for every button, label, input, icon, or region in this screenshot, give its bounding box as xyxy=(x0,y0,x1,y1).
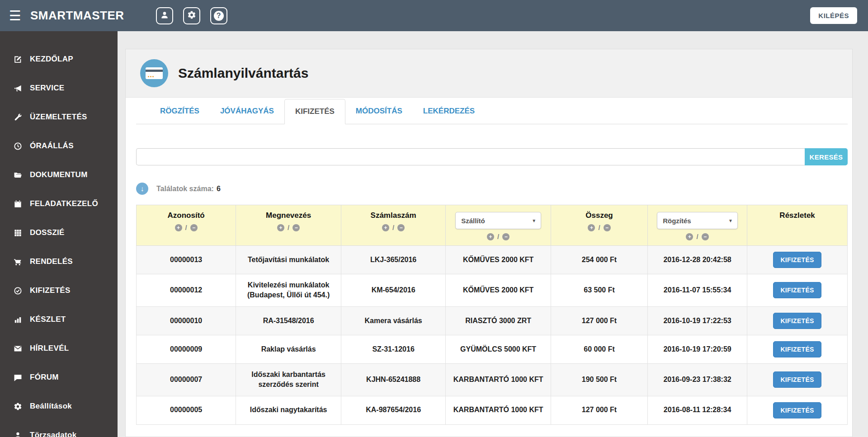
column-label: Számlaszám xyxy=(345,211,442,220)
sidebar-item-service[interactable]: SERVICE xyxy=(0,74,118,103)
brand-title: SMARTMASTER xyxy=(30,9,124,23)
filter-dropdown-sz-ll-t-[interactable]: Szállító▼ xyxy=(455,212,541,229)
sidebar-item-feladatkezel-[interactable]: FELADATKEZELŐ xyxy=(0,189,118,218)
hamburger-icon[interactable]: ☰ xyxy=(9,9,21,23)
sidebar-item-be-ll-t-sok[interactable]: Beállítások xyxy=(0,392,118,421)
search-button[interactable]: KERESÉS xyxy=(805,148,848,165)
tab-rögzítés[interactable]: RÖGZÍTÉS xyxy=(150,99,210,123)
pay-button[interactable]: KIFIZETÉS xyxy=(773,371,821,388)
pay-button[interactable]: KIFIZETÉS xyxy=(773,402,821,418)
column-header-r-gz-t-s: Rögzítés▼+/− xyxy=(647,205,747,246)
sort-descending-icon[interactable]: − xyxy=(702,233,709,240)
table-row: 00000013Tetőjavítási munkálatokLKJ-365/2… xyxy=(137,246,848,274)
sidebar-item-label: DOKUMENTUM xyxy=(30,170,88,179)
app-window: ☰ SMARTMASTER ? KILÉPÉS KEZDŐLAPSERVICEÜ… xyxy=(0,0,868,437)
column-header-sz-mlasz-m: Számlaszám+/− xyxy=(341,205,446,246)
sidebar-item-label: HÍRLEVÉL xyxy=(30,344,69,353)
sidebar-item-rendel-s[interactable]: RENDELÉS xyxy=(0,247,118,276)
sidebar-item-kifizet-s[interactable]: KIFIZETÉS xyxy=(0,276,118,305)
sidebar-item-label: Beállítások xyxy=(30,402,72,411)
results-count: 6 xyxy=(217,185,221,193)
pay-button[interactable]: KIFIZETÉS xyxy=(773,282,821,298)
cell-supplier: KARBANTARTÓ 1000 KFT xyxy=(446,396,551,424)
column-header-azonos-t-: Azonosító+/− xyxy=(137,205,236,246)
sort-ascending-icon[interactable]: + xyxy=(175,224,182,231)
sort-separator: / xyxy=(497,233,499,240)
top-bar: ☰ SMARTMASTER ? KILÉPÉS xyxy=(0,0,868,31)
grid-icon xyxy=(12,229,24,237)
column-header-sz-ll-t-: Szállító▼+/− xyxy=(446,205,551,246)
cell-id: 00000010 xyxy=(137,306,236,335)
sort-descending-icon[interactable]: − xyxy=(502,233,509,240)
cell-supplier: RIASZTÓ 3000 ZRT xyxy=(446,306,551,335)
cart-icon xyxy=(12,258,24,266)
sidebar-item-label: FELADATKEZELŐ xyxy=(30,199,98,208)
sidebar-nav: KEZDŐLAPSERVICEÜZEMELTETÉSÓRAÁLLÁSDOKUME… xyxy=(0,31,118,437)
cell-id: 00000009 xyxy=(137,335,236,363)
cell-id: 00000005 xyxy=(137,396,236,424)
down-arrow-circle-icon[interactable]: ↓ xyxy=(136,183,148,195)
cell-supplier: GYÜMÖLCS 5000 KFT xyxy=(446,335,551,363)
cell-invoice: LKJ-365/2016 xyxy=(341,246,446,274)
sidebar-item-f-rum[interactable]: FÓRUM xyxy=(0,363,118,392)
sort-separator: / xyxy=(185,224,187,231)
bar-chart-icon xyxy=(12,315,24,324)
cell-recorded: 2016-08-11 12:28:34 xyxy=(647,396,747,424)
sort-descending-icon[interactable]: − xyxy=(190,224,198,231)
sort-ascending-icon[interactable]: + xyxy=(588,224,595,231)
wrench-icon xyxy=(12,113,24,122)
sort-descending-icon[interactable]: − xyxy=(604,224,611,231)
clock-icon xyxy=(12,142,24,150)
cell-id: 00000007 xyxy=(137,363,236,396)
sort-ascending-icon[interactable]: + xyxy=(686,233,693,240)
sidebar-item--ra-ll-s[interactable]: ÓRAÁLLÁS xyxy=(0,132,118,160)
sidebar-item-k-szlet[interactable]: KÉSZLET xyxy=(0,305,118,334)
cell-action: KIFIZETÉS xyxy=(747,306,848,335)
folder-icon xyxy=(12,171,24,179)
tab-lekérdezés[interactable]: LEKÉRDEZÉS xyxy=(413,99,485,123)
sidebar-item--zemeltet-s[interactable]: ÜZEMELTETÉS xyxy=(0,103,118,132)
sidebar-item-label: DOSSZIÉ xyxy=(30,228,65,237)
pay-button[interactable]: KIFIZETÉS xyxy=(773,341,821,357)
search-bar: KERESÉS xyxy=(136,148,848,165)
sidebar-item-h-rlev-l[interactable]: HÍRLEVÉL xyxy=(0,334,118,363)
sidebar-item-t-rzsadatok[interactable]: Törzsadatok xyxy=(0,421,118,437)
pay-button[interactable]: KIFIZETÉS xyxy=(773,252,821,268)
cell-action: KIFIZETÉS xyxy=(747,246,848,274)
sidebar-item-label: KIFIZETÉS xyxy=(30,286,71,295)
main-content: Számlanyilvántartás RÖGZÍTÉSJÓVÁHAGYÁSKI… xyxy=(118,31,868,437)
cell-invoice: KM-654/2016 xyxy=(341,274,446,307)
sort-descending-icon[interactable]: − xyxy=(397,224,405,231)
sort-ascending-icon[interactable]: + xyxy=(277,224,284,231)
sidebar-item-dosszi-[interactable]: DOSSZIÉ xyxy=(0,218,118,247)
sort-descending-icon[interactable]: − xyxy=(292,224,300,231)
settings-button[interactable] xyxy=(183,7,200,24)
sort-separator: / xyxy=(598,224,600,231)
logout-button[interactable]: KILÉPÉS xyxy=(810,7,857,24)
cell-invoice: KJHN-65241888 xyxy=(341,363,446,396)
cell-recorded: 2016-09-23 17:38:32 xyxy=(647,363,747,396)
cell-amount: 127 000 Ft xyxy=(551,396,648,424)
sidebar-item-label: KEZDŐLAP xyxy=(30,55,73,64)
tab-kifizetés[interactable]: KIFIZETÉS xyxy=(284,99,345,124)
dropdown-selected-value: Szállító xyxy=(461,217,485,225)
tab-jóváhagyás[interactable]: JÓVÁHAGYÁS xyxy=(210,99,284,123)
help-button[interactable]: ? xyxy=(210,7,227,24)
pay-button[interactable]: KIFIZETÉS xyxy=(773,313,821,329)
cell-name: RA-31548/2016 xyxy=(236,306,341,335)
cell-name: Időszaki nagytakarítás xyxy=(236,396,341,424)
sort-ascending-icon[interactable]: + xyxy=(487,233,494,240)
filter-dropdown-r-gz-t-s[interactable]: Rögzítés▼ xyxy=(657,212,738,229)
sidebar-item-dokumentum[interactable]: DOKUMENTUM xyxy=(0,160,118,189)
search-input[interactable] xyxy=(136,148,805,165)
tab-módosítás[interactable]: MÓDOSÍTÁS xyxy=(345,99,413,123)
cell-action: KIFIZETÉS xyxy=(747,396,848,424)
user-button[interactable] xyxy=(156,7,173,24)
cell-invoice: Kamera vásárlás xyxy=(341,306,446,335)
sort-ascending-icon[interactable]: + xyxy=(382,224,389,231)
cell-amount: 60 000 Ft xyxy=(551,335,648,363)
invoice-table: Azonosító+/−Megnevezés+/−Számlaszám+/−Sz… xyxy=(136,205,848,425)
sidebar-item-kezd-lap[interactable]: KEZDŐLAP xyxy=(0,45,118,74)
dropdown-selected-value: Rögzítés xyxy=(663,217,691,225)
cell-invoice: SZ-31-12016 xyxy=(341,335,446,363)
